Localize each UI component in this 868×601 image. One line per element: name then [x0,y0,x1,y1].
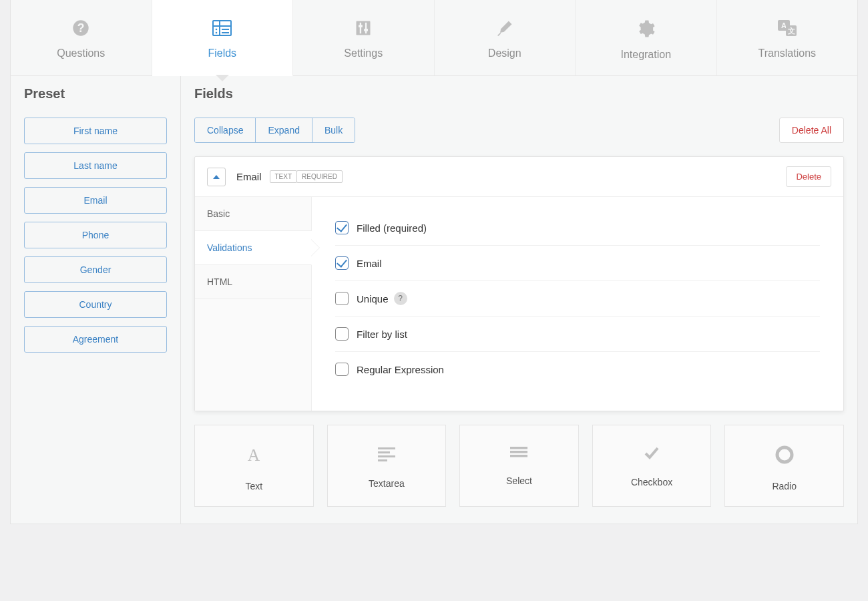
validation-regex: Regular Expression [335,352,820,387]
textarea-icon [377,445,397,463]
delete-all-button[interactable]: Delete All [779,118,844,143]
svg-point-5 [215,29,217,31]
select-icon [509,445,529,461]
checkbox-icon [643,445,660,462]
preset-gender[interactable]: Gender [24,256,167,283]
tab-integration[interactable]: Integration [576,0,717,75]
svg-rect-9 [357,21,371,35]
main-tabs: ? Questions Fields Settings [10,0,858,76]
tab-label: Fields [208,47,236,59]
tab-questions[interactable]: ? Questions [11,0,152,75]
help-icon[interactable]: ? [394,292,407,305]
collapse-field-toggle[interactable] [207,168,226,186]
checkbox-regex[interactable] [335,363,349,376]
field-types-row: A Text Textarea Select [194,425,844,507]
type-select[interactable]: Select [459,425,579,507]
svg-text:文: 文 [787,27,795,35]
preset-title: Preset [24,86,167,102]
svg-rect-24 [510,451,527,453]
field-type-badge: TEXT [270,170,298,183]
field-header: Email TEXT REQUIRED Delete [195,157,843,197]
tab-translations[interactable]: A文 Translations [717,0,858,75]
svg-rect-22 [378,459,387,461]
tab-settings[interactable]: Settings [293,0,435,75]
subtab-validations[interactable]: Validations [195,231,312,265]
brush-icon [495,19,514,39]
checkbox-filled[interactable] [335,221,349,234]
preset-sidebar: Preset First name Last name Email Phone … [11,76,181,524]
preset-last-name[interactable]: Last name [24,152,167,179]
svg-rect-20 [378,451,390,453]
svg-rect-21 [378,455,395,457]
svg-rect-23 [510,447,527,449]
preset-phone[interactable]: Phone [24,222,167,248]
translate-icon: A文 [777,19,798,39]
svg-rect-10 [360,23,361,33]
field-card-email: Email TEXT REQUIRED Delete Basic Validat… [194,156,844,411]
delete-field-button[interactable]: Delete [786,166,831,187]
collapse-button[interactable]: Collapse [195,118,256,142]
preset-country[interactable]: Country [24,291,167,318]
preset-first-name[interactable]: First name [24,118,167,144]
svg-text:A: A [781,21,787,29]
field-name: Email [236,171,262,182]
checkbox-email[interactable] [335,256,349,270]
caret-up-icon [213,175,220,179]
validation-filled: Filled (required) [335,210,820,246]
tab-label: Settings [344,47,383,59]
svg-rect-11 [365,23,367,33]
gear-icon [636,19,656,41]
expand-button[interactable]: Expand [256,118,312,142]
svg-point-6 [215,32,217,34]
sliders-icon [354,19,373,39]
subtab-basic[interactable]: Basic [195,197,311,231]
validation-filter-by-list: Filter by list [335,317,820,352]
question-icon: ? [71,19,90,39]
svg-rect-25 [510,455,527,457]
field-required-badge: REQUIRED [296,170,343,183]
svg-rect-19 [378,447,395,449]
svg-rect-13 [364,29,368,31]
field-subtabs: Basic Validations HTML [195,197,312,411]
preset-email[interactable]: Email [24,187,167,214]
subtab-html[interactable]: HTML [195,265,311,299]
tab-design[interactable]: Design [435,0,576,75]
validation-email: Email [335,246,820,281]
type-radio[interactable]: Radio [724,425,844,507]
tab-label: Design [488,47,521,59]
svg-rect-12 [359,25,363,27]
tab-label: Integration [620,49,671,60]
tab-fields[interactable]: Fields [152,0,294,76]
type-text[interactable]: A Text [194,425,314,507]
svg-point-26 [777,447,792,462]
svg-text:A: A [248,445,260,464]
checkbox-unique[interactable] [335,292,349,305]
text-icon: A [244,445,263,466]
fields-content: Fields Collapse Expand Bulk Delete All E… [181,76,857,524]
form-fields-icon [212,19,233,39]
validation-unique: Unique ? [335,281,820,317]
checkbox-filter[interactable] [335,327,349,341]
tab-label: Questions [57,47,105,59]
radio-icon [775,445,794,466]
type-checkbox[interactable]: Checkbox [592,425,712,507]
type-textarea[interactable]: Textarea [327,425,447,507]
bulk-button[interactable]: Bulk [312,118,355,142]
tab-label: Translations [758,47,816,59]
validations-panel: Filled (required) Email Unique ? [312,197,843,411]
svg-text:?: ? [77,21,85,35]
preset-agreement[interactable]: Agreement [24,326,167,353]
view-actions: Collapse Expand Bulk [194,118,355,143]
content-title: Fields [194,86,844,102]
